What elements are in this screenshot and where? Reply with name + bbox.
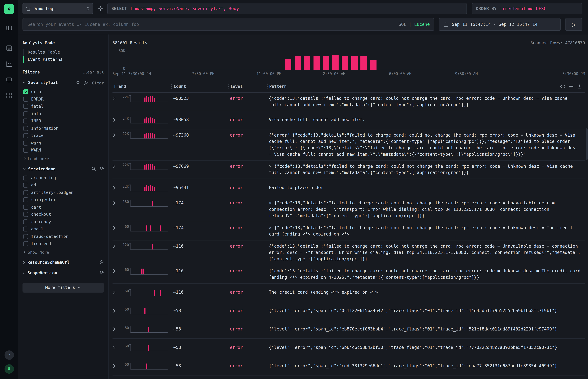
filter-group-scopeversion[interactable]: ScopeVersion [22, 270, 104, 275]
filter-option[interactable]: ad [23, 182, 104, 189]
code-view-icon[interactable] [560, 84, 566, 89]
chart-explorer-icon[interactable] [3, 58, 15, 69]
table-row[interactable]: 60~174error×{"code":13,"details":"failed… [112, 222, 585, 240]
pin-icon[interactable] [84, 80, 89, 85]
checkbox[interactable] [23, 97, 28, 102]
row-expand-icon[interactable] [112, 201, 119, 205]
language-lucene-option[interactable]: Lucene [414, 22, 430, 27]
row-expand-icon[interactable] [112, 327, 119, 331]
analysis-mode-option[interactable]: Results Table [23, 49, 104, 56]
checkbox[interactable] [23, 141, 28, 145]
checkbox[interactable] [23, 104, 28, 109]
table-row[interactable]: 60~58error{"level":"error","span_id":"0c… [112, 302, 585, 320]
filter-option[interactable]: checkout [23, 211, 104, 218]
language-sql-option[interactable]: SQL [399, 22, 406, 27]
help-button[interactable]: ? [4, 350, 14, 360]
search-icon[interactable] [76, 80, 81, 85]
row-expand-icon[interactable] [112, 346, 119, 350]
filter-option[interactable]: artillery-loadgen [23, 189, 104, 196]
table-row[interactable]: 22K~95441errorFailed to place order [112, 179, 585, 197]
table-row[interactable]: 24K~98058errorVisa cache full: cannot ad… [112, 111, 585, 129]
filter-option[interactable]: cainjector [23, 196, 104, 204]
checkbox[interactable] [23, 119, 28, 124]
source-selector[interactable]: Demo Logs [22, 3, 93, 14]
filter-option[interactable]: WARN [23, 147, 104, 154]
column-resize-handle[interactable] [170, 84, 174, 89]
checkbox[interactable] [23, 148, 28, 153]
analysis-mode-option[interactable]: Event Patterns [23, 56, 104, 63]
table-row[interactable]: 60~116errorThe credit card (ending <*> e… [112, 284, 585, 302]
checkbox[interactable] [23, 241, 28, 246]
load-more-button[interactable]: Load more [23, 156, 104, 161]
exclude-pattern-icon[interactable]: × [269, 200, 272, 205]
pin-icon[interactable] [99, 270, 104, 275]
table-row[interactable]: 22K~98523error{"code":13,"details":"fail… [112, 93, 585, 111]
date-range-picker[interactable]: Sep 11 15:47:14 - Sep 12 15:47:14 [439, 18, 560, 31]
search-input[interactable] [22, 18, 434, 31]
row-expand-icon[interactable] [112, 133, 119, 137]
checkbox[interactable] [23, 197, 28, 202]
filter-option[interactable]: email [23, 225, 104, 233]
sessions-icon[interactable] [3, 74, 15, 85]
exclude-pattern-icon[interactable]: × [269, 225, 272, 230]
row-density-icon[interactable] [569, 84, 574, 89]
row-expand-icon[interactable] [112, 309, 119, 313]
filter-group-servicename[interactable]: ServiceName [22, 166, 104, 171]
column-header-pattern[interactable]: Pattern [269, 84, 287, 89]
download-icon[interactable] [577, 84, 582, 89]
filter-group-severitytext[interactable]: SeverityText Clear [22, 80, 104, 85]
show-more-button[interactable]: Show more [23, 250, 104, 254]
table-row[interactable]: 22K~97069error×{"code":13,"details":"fai… [112, 160, 585, 179]
checkbox[interactable] [23, 227, 28, 231]
filter-group-resourceschemaurl[interactable]: ResourceSchemaUrl [22, 260, 104, 265]
checkbox[interactable] [23, 175, 28, 180]
scrollbar-thumb[interactable] [586, 128, 588, 160]
filter-option[interactable]: warn [23, 139, 104, 147]
column-resize-handle[interactable] [226, 84, 230, 89]
row-expand-icon[interactable] [112, 118, 119, 122]
run-query-button[interactable]: ▷ [565, 18, 582, 31]
exclude-pattern-icon[interactable]: × [269, 163, 272, 169]
table-row[interactable]: 60~58error{"level":"error","span_id":"cd… [112, 357, 585, 376]
checkbox[interactable] [23, 133, 28, 138]
table-row[interactable]: 180~174error×{"code":13,"details":"faile… [112, 197, 585, 222]
filter-option[interactable]: INFO [23, 117, 104, 125]
filter-option[interactable]: currency [23, 218, 104, 225]
checkbox[interactable] [23, 219, 28, 224]
filter-option[interactable]: accounting [23, 174, 104, 182]
column-header-trend[interactable]: Trend [114, 84, 170, 89]
table-row[interactable]: 22K~97360error{"error":{"code":13,"detai… [112, 129, 585, 160]
filter-option[interactable]: frontend [23, 240, 104, 247]
column-header-count[interactable]: Count [174, 84, 226, 89]
column-header-level[interactable]: level [230, 84, 265, 89]
row-expand-icon[interactable] [112, 186, 119, 190]
table-row[interactable]: 60~58error{"level":"error","span_id":"6b… [112, 339, 585, 357]
row-expand-icon[interactable] [112, 244, 119, 248]
clear-all-filters-button[interactable]: Clear all [82, 70, 104, 74]
filter-option[interactable]: fatal [23, 103, 104, 110]
filter-option[interactable]: Information [23, 125, 104, 132]
pin-icon[interactable] [99, 260, 104, 265]
checkbox[interactable] [23, 183, 28, 188]
row-expand-icon[interactable] [112, 269, 119, 273]
column-resize-handle[interactable] [265, 84, 269, 89]
table-row[interactable]: 60~116error{"code":13,"details":"failed … [112, 265, 585, 284]
checkbox[interactable] [23, 89, 28, 94]
search-logs-icon[interactable] [3, 42, 15, 54]
checkbox[interactable] [23, 126, 28, 131]
table-row[interactable]: 60~58error{"level":"error","span_id":"eb… [112, 320, 585, 339]
row-expand-icon[interactable] [112, 96, 119, 100]
filter-option[interactable]: error [23, 88, 104, 95]
row-expand-icon[interactable] [112, 164, 119, 169]
clear-group-button[interactable]: Clear [92, 80, 104, 85]
checkbox[interactable] [23, 234, 28, 239]
checkbox[interactable] [23, 212, 28, 217]
filter-option[interactable]: fraud-detection [23, 233, 104, 240]
table-row[interactable]: 120~116error{"code":13,"details":"failed… [112, 240, 585, 265]
row-expand-icon[interactable] [112, 226, 119, 230]
checkbox[interactable] [23, 111, 28, 116]
checkbox[interactable] [23, 190, 28, 195]
histogram-plot-area[interactable] [128, 50, 585, 70]
more-filters-button[interactable]: More filters [22, 283, 104, 293]
user-avatar[interactable]: U [4, 364, 14, 374]
